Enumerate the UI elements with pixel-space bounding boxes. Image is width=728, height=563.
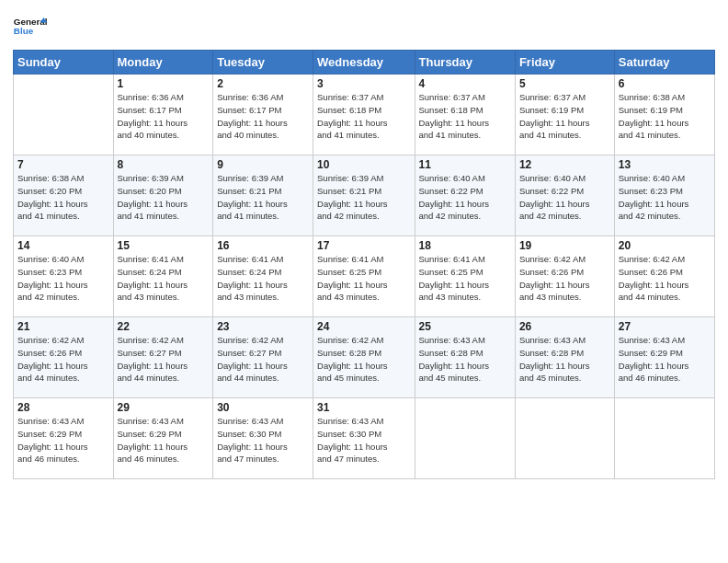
calendar-cell: 9Sunrise: 6:39 AMSunset: 6:21 PMDaylight… (213, 155, 313, 236)
logo-area: General Blue (13, 9, 50, 44)
day-info: Sunrise: 6:43 AMSunset: 6:28 PMDaylight:… (519, 334, 610, 385)
calendar-cell: 19Sunrise: 6:42 AMSunset: 6:26 PMDayligh… (515, 236, 614, 317)
day-number: 14 (17, 239, 109, 252)
weekday-header-saturday: Saturday (614, 51, 714, 75)
day-number: 13 (619, 158, 711, 171)
calendar-cell: 4Sunrise: 6:37 AMSunset: 6:18 PMDaylight… (415, 75, 515, 155)
day-number: 1 (118, 77, 210, 90)
calendar-cell: 12Sunrise: 6:40 AMSunset: 6:22 PMDayligh… (515, 155, 614, 236)
day-info: Sunrise: 6:36 AMSunset: 6:17 PMDaylight:… (118, 91, 210, 142)
calendar-cell: 24Sunrise: 6:42 AMSunset: 6:28 PMDayligh… (313, 317, 415, 398)
day-number: 7 (17, 158, 109, 171)
calendar-week-1: 1Sunrise: 6:36 AMSunset: 6:17 PMDaylight… (14, 75, 715, 155)
calendar-week-4: 21Sunrise: 6:42 AMSunset: 6:26 PMDayligh… (14, 317, 715, 398)
calendar-cell: 5Sunrise: 6:37 AMSunset: 6:19 PMDaylight… (515, 75, 614, 155)
calendar-cell: 20Sunrise: 6:42 AMSunset: 6:26 PMDayligh… (614, 236, 714, 317)
day-info: Sunrise: 6:42 AMSunset: 6:26 PMDaylight:… (17, 334, 109, 385)
day-info: Sunrise: 6:39 AMSunset: 6:21 PMDaylight:… (217, 172, 309, 223)
day-info: Sunrise: 6:40 AMSunset: 6:22 PMDaylight:… (519, 172, 610, 223)
calendar-week-3: 14Sunrise: 6:40 AMSunset: 6:23 PMDayligh… (14, 236, 715, 317)
calendar-cell: 2Sunrise: 6:36 AMSunset: 6:17 PMDaylight… (213, 75, 313, 155)
header: General Blue (13, 9, 715, 44)
calendar-cell: 8Sunrise: 6:39 AMSunset: 6:20 PMDaylight… (113, 155, 213, 236)
weekday-row: SundayMondayTuesdayWednesdayThursdayFrid… (14, 51, 715, 75)
day-info: Sunrise: 6:39 AMSunset: 6:21 PMDaylight:… (317, 172, 410, 223)
calendar-cell: 16Sunrise: 6:41 AMSunset: 6:24 PMDayligh… (213, 236, 313, 317)
calendar-cell: 23Sunrise: 6:42 AMSunset: 6:27 PMDayligh… (213, 317, 313, 398)
calendar-cell: 6Sunrise: 6:38 AMSunset: 6:19 PMDaylight… (614, 75, 714, 155)
day-info: Sunrise: 6:43 AMSunset: 6:28 PMDaylight:… (419, 334, 511, 385)
day-info: Sunrise: 6:42 AMSunset: 6:26 PMDaylight:… (519, 253, 610, 304)
weekday-header-thursday: Thursday (415, 51, 515, 75)
day-number: 8 (118, 158, 210, 171)
calendar-cell: 25Sunrise: 6:43 AMSunset: 6:28 PMDayligh… (415, 317, 515, 398)
calendar-cell: 1Sunrise: 6:36 AMSunset: 6:17 PMDaylight… (113, 75, 213, 155)
day-number: 3 (317, 77, 410, 90)
day-info: Sunrise: 6:43 AMSunset: 6:30 PMDaylight:… (217, 415, 309, 465)
svg-text:Blue: Blue (14, 26, 34, 36)
day-number: 27 (619, 320, 711, 333)
day-number: 9 (217, 158, 309, 171)
day-number: 11 (419, 158, 511, 171)
calendar-cell: 7Sunrise: 6:38 AMSunset: 6:20 PMDaylight… (14, 155, 114, 236)
day-info: Sunrise: 6:40 AMSunset: 6:22 PMDaylight:… (419, 172, 511, 223)
calendar-cell: 18Sunrise: 6:41 AMSunset: 6:25 PMDayligh… (415, 236, 515, 317)
day-info: Sunrise: 6:41 AMSunset: 6:25 PMDaylight:… (317, 253, 410, 304)
weekday-header-wednesday: Wednesday (313, 51, 415, 75)
day-info: Sunrise: 6:42 AMSunset: 6:27 PMDaylight:… (217, 334, 309, 385)
day-info: Sunrise: 6:42 AMSunset: 6:27 PMDaylight:… (118, 334, 210, 385)
day-number: 22 (118, 320, 210, 333)
calendar-cell: 14Sunrise: 6:40 AMSunset: 6:23 PMDayligh… (14, 236, 114, 317)
calendar-body: 1Sunrise: 6:36 AMSunset: 6:17 PMDaylight… (14, 75, 715, 479)
calendar-cell: 26Sunrise: 6:43 AMSunset: 6:28 PMDayligh… (515, 317, 614, 398)
day-number: 5 (519, 77, 610, 90)
calendar-cell: 21Sunrise: 6:42 AMSunset: 6:26 PMDayligh… (14, 317, 114, 398)
day-info: Sunrise: 6:40 AMSunset: 6:23 PMDaylight:… (619, 172, 711, 223)
weekday-header-sunday: Sunday (14, 51, 114, 75)
weekday-header-tuesday: Tuesday (213, 51, 313, 75)
day-info: Sunrise: 6:41 AMSunset: 6:24 PMDaylight:… (118, 253, 210, 304)
day-number: 20 (619, 239, 711, 252)
calendar-header: SundayMondayTuesdayWednesdayThursdayFrid… (14, 51, 715, 75)
day-number: 4 (419, 77, 511, 90)
day-number: 15 (118, 239, 210, 252)
day-number: 28 (17, 401, 109, 414)
day-number: 19 (519, 239, 610, 252)
calendar-cell (415, 398, 515, 479)
day-number: 2 (217, 77, 309, 90)
day-number: 25 (419, 320, 511, 333)
day-number: 21 (17, 320, 109, 333)
day-number: 16 (217, 239, 309, 252)
calendar-cell: 31Sunrise: 6:43 AMSunset: 6:30 PMDayligh… (313, 398, 415, 479)
calendar-cell: 30Sunrise: 6:43 AMSunset: 6:30 PMDayligh… (213, 398, 313, 479)
calendar-cell: 10Sunrise: 6:39 AMSunset: 6:21 PMDayligh… (313, 155, 415, 236)
day-number: 12 (519, 158, 610, 171)
day-info: Sunrise: 6:41 AMSunset: 6:24 PMDaylight:… (217, 253, 309, 304)
day-number: 24 (317, 320, 410, 333)
calendar-cell (614, 398, 714, 479)
day-number: 18 (419, 239, 511, 252)
day-info: Sunrise: 6:39 AMSunset: 6:20 PMDaylight:… (118, 172, 210, 223)
day-info: Sunrise: 6:37 AMSunset: 6:18 PMDaylight:… (317, 91, 410, 142)
weekday-header-monday: Monday (113, 51, 213, 75)
calendar-cell: 3Sunrise: 6:37 AMSunset: 6:18 PMDaylight… (313, 75, 415, 155)
calendar-cell: 22Sunrise: 6:42 AMSunset: 6:27 PMDayligh… (113, 317, 213, 398)
weekday-header-friday: Friday (515, 51, 614, 75)
calendar-cell: 17Sunrise: 6:41 AMSunset: 6:25 PMDayligh… (313, 236, 415, 317)
day-info: Sunrise: 6:43 AMSunset: 6:29 PMDaylight:… (619, 334, 711, 385)
day-number: 29 (118, 401, 210, 414)
day-number: 30 (217, 401, 309, 414)
day-info: Sunrise: 6:42 AMSunset: 6:26 PMDaylight:… (619, 253, 711, 304)
day-info: Sunrise: 6:37 AMSunset: 6:18 PMDaylight:… (419, 91, 511, 142)
day-number: 26 (519, 320, 610, 333)
day-info: Sunrise: 6:36 AMSunset: 6:17 PMDaylight:… (217, 91, 309, 142)
day-number: 10 (317, 158, 410, 171)
calendar-cell: 13Sunrise: 6:40 AMSunset: 6:23 PMDayligh… (614, 155, 714, 236)
day-info: Sunrise: 6:42 AMSunset: 6:28 PMDaylight:… (317, 334, 410, 385)
day-number: 6 (619, 77, 711, 90)
day-number: 17 (317, 239, 410, 252)
calendar-week-2: 7Sunrise: 6:38 AMSunset: 6:20 PMDaylight… (14, 155, 715, 236)
page: General Blue SundayMondayTuesdayWednesda… (0, 0, 728, 563)
calendar: SundayMondayTuesdayWednesdayThursdayFrid… (13, 50, 715, 479)
calendar-cell (14, 75, 114, 155)
